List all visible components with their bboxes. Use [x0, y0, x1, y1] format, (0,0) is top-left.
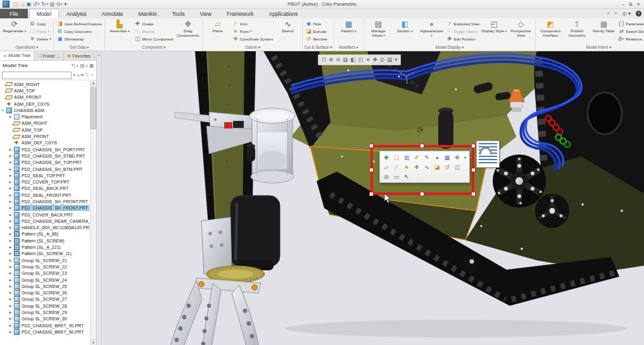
switch-dimensions-button[interactable]: ⇄Switch Dimensions — [617, 27, 644, 35]
expand-arrow[interactable]: ▶ — [8, 220, 13, 223]
delete-button[interactable]: ✕Delete▾ — [28, 35, 52, 42]
show-list-icon[interactable]: T| ▾ — [71, 63, 78, 68]
view-manager-icon[interactable]: ▤ — [387, 56, 392, 64]
tab-model[interactable]: Model — [29, 9, 59, 18]
more-icon[interactable]: ▾ — [395, 56, 397, 64]
expand-arrow[interactable]: ▶ — [8, 180, 13, 184]
tab-applications[interactable]: Applications — [261, 9, 305, 18]
relations-button[interactable]: d=Relations — [617, 35, 644, 42]
scroll-up-button[interactable]: ▲ — [91, 80, 96, 87]
spin-center-icon[interactable]: ◎ — [380, 56, 384, 64]
qa-screen-capture-button[interactable]: ▧ — [50, 1, 55, 7]
tree-item[interactable]: ▶PD2_COVER_BACK.PRT — [0, 211, 90, 218]
group-label[interactable]: Component ▾ — [106, 44, 201, 51]
expand-arrow[interactable]: ▶ — [8, 265, 13, 268]
tree-item[interactable]: ASM_RIGHT — [0, 81, 90, 87]
mini-edit-button[interactable]: ✎ — [422, 153, 431, 162]
mini-axis-button[interactable]: ∕ — [392, 163, 401, 172]
expand-arrow[interactable]: ▶ — [8, 324, 13, 327]
expand-arrow[interactable]: ▼ — [0, 109, 6, 112]
panel-tab-favorites[interactable]: ◉Favorites — [64, 51, 94, 60]
expand-arrow[interactable]: ▶ — [8, 115, 13, 118]
mini-drag-button[interactable]: ✥ — [453, 153, 462, 162]
tree-item[interactable]: ▶Group SL_SCREW_29 — [0, 309, 90, 315]
selection-handle[interactable] — [420, 192, 424, 196]
panel-tab-folder[interactable]: ❏Folder ... — [34, 51, 64, 60]
tree-item[interactable]: ▶Group SL_SCREW_26 — [0, 290, 90, 296]
tree-item[interactable]: ▶Group SL_SCREW_23 — [0, 270, 90, 277]
expand-arrow[interactable]: ▶ — [8, 317, 13, 320]
tree-item[interactable]: ▼CHASSIS.ASM — [0, 107, 90, 113]
axis-button[interactable]: ∕Axis — [231, 20, 275, 27]
expand-arrow[interactable]: ▶ — [8, 311, 13, 314]
mini-annotate-button[interactable]: ▥ — [402, 153, 411, 162]
paste-button[interactable]: ❏Paste▾ — [28, 27, 52, 35]
tree-item[interactable]: ▶Placement — [0, 113, 90, 120]
expand-arrow[interactable]: ▶ — [8, 291, 13, 294]
display-options-icon[interactable]: ▤ ▾ — [80, 63, 87, 68]
panel-splitter[interactable]: ◂ — [97, 51, 101, 345]
zoom-out-icon[interactable]: ⊖ — [336, 56, 340, 64]
expand-arrow[interactable]: ▶ — [8, 200, 13, 203]
window-restore-button[interactable]: ⧉ — [629, 2, 632, 7]
pattern-button[interactable]: ▦Pattern ▾ — [336, 19, 362, 44]
tree-item[interactable]: ▶PD2_COVER_TOP.PRT — [0, 179, 90, 185]
tree-item[interactable]: ▶Group SL_SCREW_21 — [0, 257, 90, 263]
add-filter-icon[interactable]: ＋ — [90, 72, 94, 78]
tree-item[interactable]: ▶PD2_SEAL_BACK.PRT — [0, 185, 90, 192]
3d-model-pbot[interactable] — [101, 51, 644, 345]
clear-search-icon[interactable]: ✕ — [73, 73, 77, 78]
create-button[interactable]: ✚Create — [133, 20, 175, 27]
tab-file[interactable]: File — [0, 9, 28, 18]
point-button[interactable]: ∗Point▾ — [231, 27, 275, 35]
window-close-button[interactable]: ✕ — [636, 2, 640, 7]
expand-arrow[interactable]: ▶ — [8, 206, 13, 210]
help-button[interactable]: ? — [636, 11, 641, 16]
parameters-button[interactable]: { }Parameters — [617, 20, 644, 27]
tree-item[interactable]: ASM_RIGHT — [0, 120, 90, 127]
selection-handle[interactable] — [369, 144, 374, 148]
expand-arrow[interactable]: ▶ — [8, 168, 13, 171]
tree-item[interactable]: ▶Group SL_SCREW_27 — [0, 296, 90, 303]
tree-item[interactable]: ✚ASM_DEF_CSYS — [0, 140, 90, 146]
publish-geometry-button[interactable]: ⇧Publish Geometry — [564, 19, 590, 44]
tree-item[interactable]: ▶PD2_CHASSIS_SH_BTM.PRT — [0, 166, 90, 172]
mini-extrude-button[interactable]: ◪ — [432, 163, 441, 172]
tree-item[interactable]: ▶Group SL_SCREW_30 — [0, 316, 90, 322]
exploded-view-button[interactable]: ↗Exploded View — [445, 20, 481, 27]
csys-display-icon[interactable]: ✚ — [373, 56, 377, 64]
expand-arrow[interactable]: ▶ — [8, 272, 13, 275]
expand-arrow[interactable]: ▶ — [8, 285, 13, 288]
group-label[interactable]: Operations ▾ — [1, 44, 52, 51]
panel-tab-model-tree[interactable]: ⚏Model Tree — [0, 51, 34, 60]
mini-clip-button[interactable]: ▭ — [392, 172, 401, 181]
expand-arrow[interactable]: ▶ — [8, 330, 13, 334]
plane-button[interactable]: ▱Plane — [205, 19, 231, 44]
selection-handle[interactable] — [471, 192, 476, 196]
copy-geometry-button[interactable]: ⧉Copy Geometry — [55, 27, 103, 35]
mini-mirror-button[interactable]: ◫ — [453, 163, 462, 172]
app-icon[interactable] — [3, 1, 9, 8]
tree-item[interactable]: ▶Group SL_SCREW_22 — [0, 263, 90, 270]
tree-item[interactable]: ▶PD2_CHASSIS_BRKT_90.PRT — [0, 329, 90, 335]
expand-arrow[interactable]: ▶ — [8, 279, 13, 282]
group-label[interactable]: Model Display ▾ — [365, 44, 534, 51]
selection-handle[interactable] — [471, 168, 476, 172]
tree-item[interactable]: ▶PD2_CHASSIS_SH_TOP.PRT — [0, 160, 90, 166]
assemble-button[interactable]: ▙Assemble ▾ — [106, 19, 133, 44]
find-command-button[interactable]: ⌕ — [614, 10, 617, 16]
mini-point-button[interactable]: ∗ — [402, 163, 411, 172]
group-label[interactable]: Model Intent ▾ — [537, 44, 644, 51]
tree-item[interactable]: ▶PD2_SEAL_TOP.PRT — [0, 172, 90, 179]
toggle-status-button[interactable]: ≡Toggle Status — [445, 27, 481, 35]
tree-item[interactable]: ▶Pattern (SL_SCREW) — [0, 237, 90, 244]
selection-handle[interactable] — [420, 144, 424, 148]
mini-zoom-region-button[interactable]: ◎ — [382, 172, 391, 181]
qa-open-button[interactable]: ❏ — [20, 1, 25, 7]
mini-select-button[interactable]: ↖ — [402, 172, 411, 181]
tree-item[interactable]: ▶PD2_SEAL_FRONT.PRT — [0, 192, 90, 198]
tree-item[interactable]: ASM_TOP — [0, 127, 90, 133]
mirror-component-button[interactable]: ◫Mirror Component — [133, 35, 175, 42]
expand-arrow[interactable]: ▶ — [8, 304, 13, 308]
selection-handle[interactable] — [369, 168, 374, 172]
